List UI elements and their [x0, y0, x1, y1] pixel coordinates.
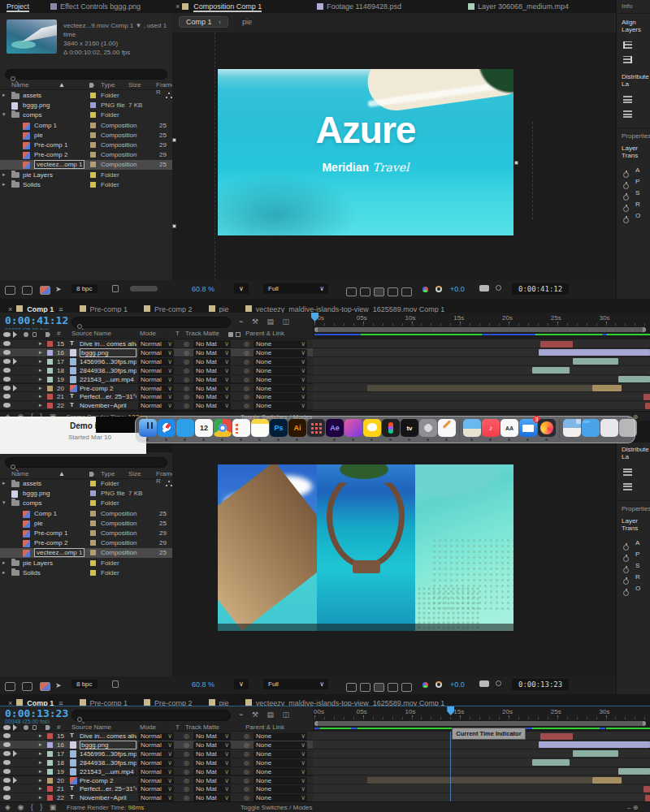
eye-icon[interactable] [3, 760, 11, 765]
twirl-icon[interactable]: ▸ [2, 569, 6, 576]
eye-icon[interactable] [3, 751, 11, 756]
twirl-icon[interactable]: ▸ [39, 732, 42, 739]
work-area-handle[interactable] [314, 721, 318, 726]
twirl-icon[interactable]: ▸ [39, 376, 42, 382]
work-area-bar[interactable] [314, 721, 646, 726]
render-queue-icon[interactable]: ➤ [55, 285, 62, 293]
col-type[interactable]: Type [101, 81, 115, 89]
label-color-chip[interactable] [90, 540, 96, 546]
dock-app-document[interactable] [563, 419, 581, 437]
label-color-chip[interactable] [90, 102, 96, 108]
layer-duration-bar[interactable] [644, 394, 650, 400]
project-row[interactable]: ▸assetsFolder [0, 91, 172, 101]
label-color-chip[interactable] [90, 123, 96, 128]
layer-row[interactable]: ▸21TPerfect...er. 25~31°C.Normal∨◎No Mat… [0, 392, 313, 401]
parent-pickwhip-icon[interactable]: ◎ [244, 750, 249, 758]
eye-column-icon[interactable] [3, 725, 11, 730]
label-color-chip[interactable] [90, 560, 96, 566]
transparency-grid-icon[interactable] [360, 287, 370, 296]
twirl-icon[interactable]: ▸ [2, 92, 6, 98]
composition-viewport-bottom[interactable] [172, 443, 616, 676]
col-mode[interactable]: Mode [140, 330, 156, 337]
sort-asc-icon[interactable]: ▲ [58, 470, 65, 477]
track-matte-dropdown[interactable]: No Mat∨ [193, 794, 231, 801]
col-t[interactable]: T [176, 330, 180, 337]
dock-app-mail[interactable]: 3 [519, 419, 537, 437]
dock-app-after-effects[interactable]: Ae [326, 419, 344, 437]
label-color-chip[interactable] [90, 93, 96, 98]
mode-dropdown[interactable]: Normal∨ [138, 777, 174, 785]
track-matte-dropdown[interactable]: No Mat∨ [193, 402, 231, 410]
layer-row[interactable]: ▸20Pre-comp 2Normal∨◎No Mat∨◎None∨ [0, 776, 313, 785]
project-search-input[interactable] [5, 69, 167, 80]
twirl-icon[interactable]: ▸ [2, 171, 6, 178]
track-matte-dropdown[interactable]: No Mat∨ [193, 340, 231, 348]
solo-column-icon[interactable] [24, 332, 28, 337]
layer-duration-bar[interactable] [532, 759, 570, 766]
audio-column-icon[interactable] [13, 331, 20, 338]
parent-pickwhip-icon[interactable]: ◎ [244, 732, 249, 740]
col-name[interactable]: Name [11, 470, 28, 477]
label-color-chip[interactable] [90, 182, 96, 188]
stopwatch-icon[interactable] [623, 556, 629, 562]
dock-app-launchpad[interactable] [307, 419, 325, 437]
selection-handle[interactable] [172, 138, 176, 142]
bpc-button[interactable]: 8 bpc [72, 284, 98, 293]
tab-footage[interactable]: Footage 11489428.psd [317, 2, 401, 11]
channel-icon[interactable] [422, 287, 428, 292]
comp-image-collage[interactable] [218, 464, 514, 631]
layer-duration-bar[interactable] [540, 733, 572, 740]
parent-link-dropdown[interactable]: None∨ [254, 385, 307, 393]
parent-pickwhip-icon[interactable]: ◎ [184, 741, 189, 749]
eye-column-icon[interactable] [3, 332, 11, 337]
layer-row[interactable]: ▸182844938...30fps.mp4Normal∨◎No Mat∨◎No… [0, 758, 313, 767]
layer-duration-bar[interactable] [367, 385, 592, 391]
layer-row[interactable]: ▸16bggg.pngNormal∨◎No Mat∨◎None∨ [0, 741, 313, 749]
twirl-icon[interactable]: ▸ [39, 777, 42, 784]
solo-column-icon[interactable] [24, 725, 28, 730]
stopwatch-icon[interactable] [623, 568, 629, 573]
mode-dropdown[interactable]: Normal∨ [138, 340, 174, 348]
track-matte-dropdown[interactable]: No Mat∨ [193, 376, 231, 384]
track-matte-dropdown[interactable]: No Mat∨ [193, 393, 231, 401]
tab-composition[interactable]: × Composition Comp 1 [176, 2, 262, 11]
timeline-bottom-icons[interactable]: ◈ ◉ { } ▣ [5, 803, 58, 811]
dock-app-screensaver[interactable] [463, 419, 481, 437]
color-management-icon[interactable] [436, 681, 442, 688]
parent-link-dropdown[interactable]: None∨ [254, 402, 307, 410]
dock-app-downloads[interactable] [600, 419, 618, 437]
dock-app-photoshop[interactable]: Ps [270, 419, 288, 437]
dock-app-pages[interactable] [438, 419, 456, 437]
parent-pickwhip-icon[interactable]: ◎ [184, 340, 189, 348]
label-color-chip[interactable] [90, 162, 96, 167]
project-row[interactable]: ▸assetsFolder [0, 479, 172, 489]
parent-link-dropdown[interactable]: None∨ [254, 741, 307, 749]
snapshot-camera-icon[interactable] [479, 285, 489, 292]
close-icon[interactable]: × [176, 2, 180, 11]
dock-app-settings[interactable] [419, 419, 437, 437]
comp-image-beach[interactable]: Azure Meridian Travel [218, 69, 514, 235]
parent-link-dropdown[interactable]: None∨ [254, 785, 307, 793]
label-color-chip[interactable] [90, 490, 96, 496]
color-management-icon[interactable] [436, 286, 442, 292]
index-column[interactable]: # [57, 330, 60, 337]
twirl-icon[interactable]: ▸ [39, 402, 42, 408]
bpc-button[interactable]: 8 bpc [72, 680, 98, 689]
selection-handle[interactable] [514, 161, 518, 165]
tab-project[interactable]: Project [6, 2, 29, 11]
exposure-value[interactable]: +0.0 [450, 285, 465, 293]
parent-link-dropdown[interactable]: None∨ [254, 759, 307, 767]
audio-icon[interactable] [13, 358, 20, 365]
trash-icon[interactable] [112, 285, 119, 292]
label-color-chip[interactable] [90, 172, 96, 178]
track-matte-dropdown[interactable]: No Mat∨ [193, 732, 231, 741]
label-color-chip[interactable] [90, 570, 96, 576]
eye-icon[interactable] [3, 386, 11, 391]
parent-link-dropdown[interactable]: None∨ [254, 393, 307, 401]
audio-icon[interactable] [13, 750, 20, 757]
label-color-chip[interactable] [47, 786, 53, 792]
label-color-chip[interactable] [47, 733, 53, 739]
label-column-icon[interactable] [46, 725, 50, 730]
layer-row[interactable]: ▸21TPerfect...er. 25~31°C.Normal∨◎No Mat… [0, 784, 313, 793]
guides-icon[interactable] [388, 287, 398, 296]
